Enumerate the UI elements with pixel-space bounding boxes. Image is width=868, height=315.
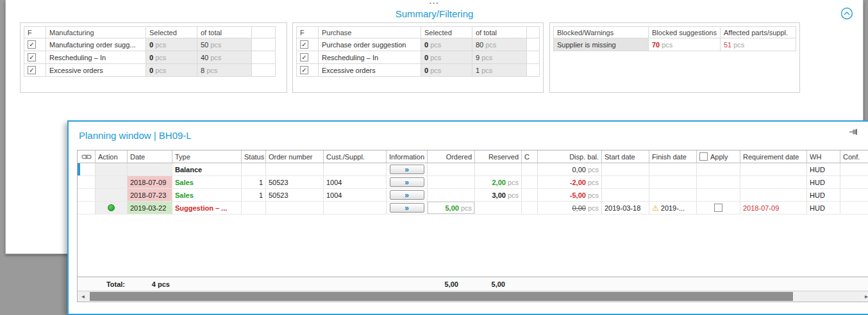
grid-empty-area (78, 214, 868, 277)
ordered-cell (428, 189, 475, 201)
scroll-left-button[interactable]: ◄ (78, 291, 88, 302)
col-header-disp-bal[interactable]: Disp. bal. (538, 150, 602, 163)
table-row[interactable]: ✓ Manufacturing order sugg... 0pcs 50pcs (24, 38, 276, 51)
information-button[interactable]: » (390, 165, 424, 174)
c-cell (522, 202, 538, 214)
finish-date-cell (649, 163, 697, 175)
c-cell (522, 176, 538, 188)
col-header-type[interactable]: Type (172, 150, 242, 163)
type-cell: Suggestion – ... (172, 202, 242, 214)
scroll-right-button[interactable]: ► (861, 291, 868, 302)
table-row[interactable]: ✓ Rescheduling – In 0pcs 40pcs (24, 51, 276, 64)
filter-label: Manufacturing order sugg... (46, 38, 146, 51)
scrollbar-thumb[interactable] (90, 292, 793, 301)
of-total-value: 50 (201, 41, 208, 49)
col-header-start-date[interactable]: Start date (602, 150, 649, 163)
table-row-suggestion[interactable]: 2019-03-22 Suggestion – ... » 5,00pcs 0,… (78, 202, 868, 214)
unit-label: pcs (588, 191, 599, 199)
table-row[interactable]: ✓ Excessive orders 0pcs 8pcs (24, 64, 276, 77)
row-selector[interactable] (78, 189, 96, 201)
finish-date-cell (649, 189, 697, 201)
totals-row: Total: 4 pcs 5,00 5,00 (78, 277, 868, 291)
row-selector[interactable] (78, 202, 96, 214)
order-number-cell (266, 202, 324, 214)
col-header-reserved[interactable]: Reserved (475, 150, 522, 163)
information-button[interactable]: » (390, 177, 424, 187)
double-arrow-icon: » (405, 204, 409, 212)
information-cell: » (387, 189, 428, 201)
col-header-apply[interactable]: Apply (697, 150, 740, 163)
selected-value: 0 (424, 41, 428, 49)
pin-icon[interactable] (848, 127, 858, 139)
finish-date-cell (649, 176, 697, 188)
table-row[interactable]: Supplier is missing 70pcs 51pcs (554, 38, 796, 51)
col-header-status[interactable]: Status (242, 150, 266, 163)
row-selector[interactable] (78, 176, 96, 188)
filter-checkbox[interactable]: ✓ (28, 53, 36, 61)
col-header-cust-suppl[interactable]: Cust./Suppl. (324, 150, 387, 163)
apply-checkbox[interactable] (714, 204, 722, 212)
col-header-order-number[interactable]: Order number (266, 150, 324, 163)
unit-label: pcs (155, 41, 166, 49)
grid-header-row: Action Date Type Status Order number Cus… (78, 150, 868, 163)
order-number-cell (266, 163, 324, 175)
col-header-c[interactable]: C (522, 150, 538, 163)
table-row-sales-2[interactable]: 2018-07-23 Sales 1 50523 1004 » 3,00pcs … (78, 189, 868, 202)
check-icon: ✓ (301, 54, 306, 61)
blocked-warnings-groupbox: Blocked/Warnings Blocked suggestions Aff… (549, 22, 800, 93)
apply-header-label: Apply (710, 153, 728, 161)
table-row-balance[interactable]: Balance » 0,00pcs HUD (78, 163, 868, 176)
requirement-date-cell (740, 163, 807, 175)
check-icon: ✓ (301, 42, 306, 48)
filter-checkbox[interactable]: ✓ (28, 40, 36, 49)
table-row-sales-1[interactable]: 2018-07-09 Sales 1 50523 1004 » 2,00pcs … (78, 176, 868, 189)
col-header-wh[interactable]: WH (807, 150, 840, 163)
information-cell: » (387, 176, 428, 188)
date-cell (128, 163, 172, 175)
col-header-finish-date[interactable]: Finish date (649, 150, 697, 163)
type-cell: Sales (172, 176, 242, 188)
start-date-cell (602, 163, 649, 175)
double-arrow-icon: » (405, 191, 409, 199)
table-header-row: F Purchase Selected of total (297, 27, 540, 38)
selected-value: 0 (149, 54, 153, 61)
table-row[interactable]: ✓ Purchase order suggestion 0pcs 80pcs (297, 38, 540, 51)
planning-window: Planning window | BH09-L Action Date Typ… (67, 120, 868, 315)
horizontal-scrollbar[interactable]: ◄ ► (78, 291, 868, 302)
unit-label: pcs (588, 166, 599, 174)
information-cell: » (387, 163, 428, 175)
order-number-cell: 50523 (266, 189, 324, 201)
finish-date-cell: ⚠2019-... (649, 202, 697, 214)
splitter-grip-icon[interactable]: ··· (430, 0, 440, 8)
col-header-conf[interactable]: Conf. (840, 150, 868, 163)
col-header-action[interactable]: Action (96, 150, 128, 163)
information-button[interactable]: » (390, 190, 424, 200)
col-header-ordered[interactable]: Ordered (428, 150, 475, 163)
table-row[interactable]: ✓ Excessive orders 0pcs 1pcs (297, 64, 540, 77)
col-header-of-total: of total (197, 27, 252, 38)
ordered-cell[interactable]: 5,00pcs (428, 202, 475, 214)
unit-label: pcs (206, 67, 217, 74)
information-button[interactable]: » (390, 203, 424, 213)
summary-title: Summary/Filtering (6, 8, 863, 19)
table-header-row: F Manufacturing Selected of total (24, 27, 276, 38)
of-total-value: 1 (476, 67, 480, 74)
col-header-information[interactable]: Information (387, 150, 428, 163)
status-cell: 1 (242, 176, 266, 188)
col-header-requirement-date[interactable]: Requirement date (740, 150, 807, 163)
apply-all-checkbox[interactable] (699, 152, 708, 161)
action-cell (96, 176, 128, 188)
scrollbar-track[interactable] (88, 291, 861, 302)
filter-checkbox[interactable]: ✓ (300, 40, 308, 49)
filter-checkbox[interactable]: ✓ (300, 53, 308, 61)
c-cell (522, 163, 538, 175)
row-selector[interactable] (78, 163, 96, 175)
status-cell (242, 202, 266, 214)
col-header-blank (252, 27, 276, 38)
filter-checkbox[interactable]: ✓ (28, 66, 36, 74)
of-total-value: 80 (476, 41, 483, 49)
table-row[interactable]: ✓ Rescheduling – In 0pcs 9pcs (297, 51, 540, 64)
col-header-date[interactable]: Date (128, 150, 172, 163)
collapse-panel-button[interactable] (840, 7, 853, 20)
filter-checkbox[interactable]: ✓ (300, 66, 308, 74)
